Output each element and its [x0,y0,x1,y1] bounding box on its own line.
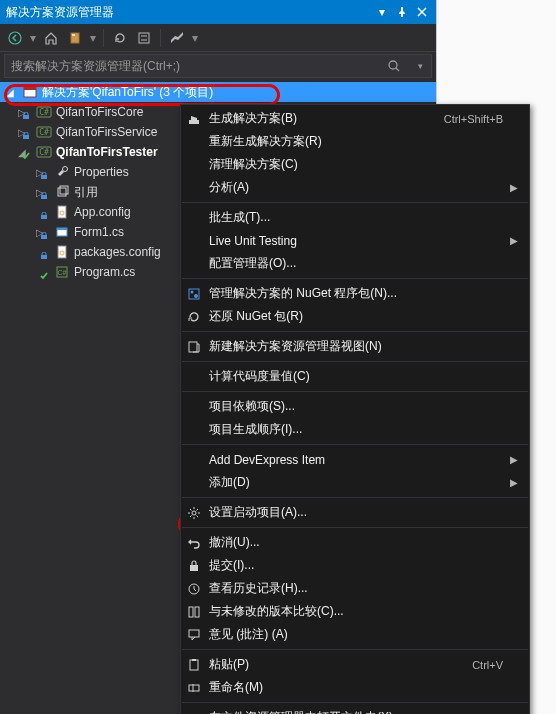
svg-point-33 [191,290,194,293]
file-label: App.config [74,205,131,219]
menu-separator [182,331,528,332]
menu-label: 撤消(U)... [207,534,503,551]
menu-label: 管理解决方案的 NuGet 程序包(N)... [207,285,503,302]
solution-label: 解决方案'QifanToFirs' (3 个项目) [42,84,213,101]
menu-label: 新建解决方案资源管理器视图(N) [207,338,503,355]
sync-dropdown-icon[interactable]: ▾ [88,27,98,49]
svg-rect-21 [58,206,66,218]
menu-item[interactable]: 分析(A) ▶ [181,176,529,199]
context-menu: 生成解决方案(B) Ctrl+Shift+B 重新生成解决方案(R) 清理解决方… [180,104,530,714]
back-dropdown-icon[interactable]: ▾ [28,27,38,49]
menu-shortcut: Ctrl+Shift+B [444,113,507,125]
pin-icon[interactable] [392,2,412,22]
menu-item[interactable]: 粘贴(P) Ctrl+V [181,653,529,676]
menu-item[interactable]: 意见 (批注) (A) [181,623,529,646]
panel-title: 解决方案资源管理器 [4,4,372,21]
expander-icon[interactable]: ◢ [6,87,18,98]
svg-rect-35 [189,342,197,352]
menu-item[interactable]: Add DevExpress Item ▶ [181,448,529,471]
menu-separator [182,649,528,650]
back-icon[interactable] [4,27,26,49]
solution-icon [22,84,38,100]
menu-item[interactable]: 重命名(M) [181,676,529,699]
menu-item[interactable]: 项目生成顺序(I)... [181,418,529,441]
menu-separator [182,444,528,445]
svg-rect-23 [41,235,47,239]
sync-icon[interactable] [64,27,86,49]
svg-rect-15 [41,175,47,179]
menu-item[interactable]: 计算代码度量值(C) [181,365,529,388]
menu-label: 设置启动项目(A)... [207,504,503,521]
menu-separator [182,527,528,528]
csharp-project-icon: C# [36,144,52,160]
search-bar[interactable]: ▾ [4,54,432,78]
menu-label: 分析(A) [207,179,503,196]
svg-point-0 [9,32,21,44]
config-icon [54,244,70,260]
menu-item[interactable]: 项目依赖项(S)... [181,395,529,418]
config-icon [54,204,70,220]
rename-icon [181,681,207,695]
menu-item[interactable]: 撤消(U)... [181,531,529,554]
properties-icon[interactable] [166,27,188,49]
svg-point-4 [389,61,397,69]
dropdown-icon[interactable]: ▾ [372,2,392,22]
menu-item[interactable]: 在文件资源管理器中打开文件夹(X) [181,706,529,714]
newview-icon [181,340,207,354]
build-icon [181,112,207,126]
menu-item[interactable]: 查看历史记录(H)... [181,577,529,600]
collapse-icon[interactable] [133,27,155,49]
close-icon[interactable] [412,2,432,22]
svg-rect-40 [195,607,199,617]
submenu-arrow-icon: ▶ [507,235,521,246]
solution-node[interactable]: ◢ 解决方案'QifanToFirs' (3 个项目) [0,82,436,102]
project-label: QifanToFirsTester [56,145,158,159]
menu-item[interactable]: 生成解决方案(B) Ctrl+Shift+B [181,107,529,130]
csharp-project-icon: C# [36,104,52,120]
svg-rect-39 [189,607,193,617]
menu-item[interactable]: Live Unit Testing ▶ [181,229,529,252]
menu-item[interactable]: 重新生成解决方案(R) [181,130,529,153]
project-label: QifanToFirsService [56,125,157,139]
menu-item[interactable]: 新建解决方案资源管理器视图(N) [181,335,529,358]
search-input[interactable] [5,59,387,73]
svg-point-16 [63,167,68,172]
home-icon[interactable] [40,27,62,49]
history-icon [181,582,207,596]
menu-item[interactable]: 提交(I)... [181,554,529,577]
menu-separator [182,702,528,703]
form-icon [54,224,70,240]
svg-rect-18 [58,188,66,196]
menu-separator [182,361,528,362]
menu-item[interactable]: 批生成(T)... [181,206,529,229]
commit-icon [181,559,207,573]
svg-text:C#: C# [39,128,49,137]
refresh-icon[interactable] [109,27,131,49]
menu-label: 项目生成顺序(I)... [207,421,503,438]
menu-item[interactable]: 添加(D) ▶ [181,471,529,494]
properties-dropdown-icon[interactable]: ▾ [190,27,200,49]
search-icon[interactable] [387,59,409,73]
csharp-project-icon: C# [36,124,52,140]
menu-label: 查看历史记录(H)... [207,580,503,597]
menu-separator [182,278,528,279]
search-dropdown-icon[interactable]: ▾ [409,61,431,71]
restore-icon [181,310,207,324]
menu-item[interactable]: 管理解决方案的 NuGet 程序包(N)... [181,282,529,305]
project-label: QifanToFirsCore [56,105,143,119]
menu-item[interactable]: 还原 NuGet 包(R) [181,305,529,328]
nuget-icon [181,287,207,301]
menu-separator [182,497,528,498]
menu-item[interactable]: 配置管理器(O)... [181,252,529,275]
file-label: Program.cs [74,265,135,279]
menu-item[interactable]: 与未修改的版本比较(C)... [181,600,529,623]
cs-icon: C# [54,264,70,280]
svg-rect-41 [189,630,199,637]
svg-rect-2 [72,34,75,36]
file-label: Form1.cs [74,225,124,239]
svg-rect-43 [192,659,196,661]
svg-text:C#: C# [39,108,49,117]
menu-item[interactable]: 设置启动项目(A)... [181,501,529,524]
menu-item[interactable]: 清理解决方案(C) [181,153,529,176]
menu-label: 重命名(M) [207,679,503,696]
